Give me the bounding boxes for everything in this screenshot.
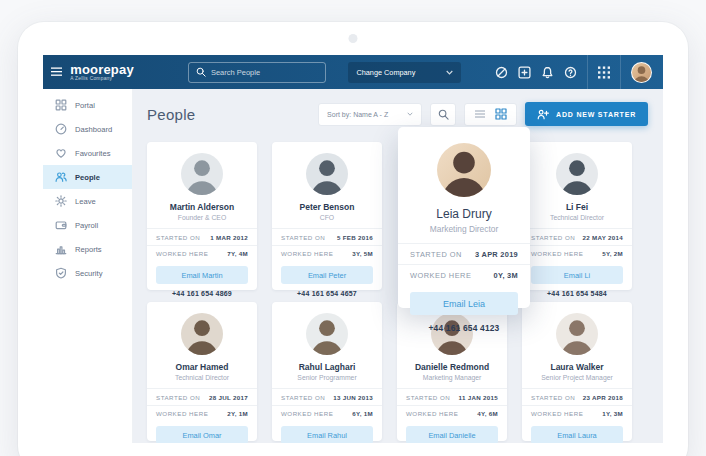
person-card-laura[interactable]: Laura Walker Senior Project Manager STAR… bbox=[522, 302, 632, 441]
avatar bbox=[556, 313, 598, 355]
apps-grid-icon[interactable] bbox=[598, 66, 610, 79]
sidebar-item-security[interactable]: Security bbox=[43, 261, 132, 285]
change-company-dropdown[interactable]: Change Company bbox=[348, 62, 461, 83]
sidebar-item-portal[interactable]: Portal bbox=[43, 93, 132, 117]
email-button[interactable]: Email Martin bbox=[156, 266, 248, 284]
sun-icon bbox=[55, 195, 67, 207]
topbar-divider bbox=[587, 55, 588, 89]
started-on-row: STARTED ON 22 MAY 2014 bbox=[522, 228, 632, 245]
started-date: 13 JUN 2013 bbox=[333, 394, 373, 401]
user-avatar[interactable] bbox=[631, 62, 652, 83]
bar-chart-icon bbox=[55, 243, 67, 255]
add-button-label: ADD NEW STARTER bbox=[556, 111, 636, 118]
phone-number: +44 161 654 4123 bbox=[398, 323, 530, 333]
email-button[interactable]: Email Omar bbox=[156, 426, 248, 443]
logo-wordmark: moorepay bbox=[70, 63, 134, 76]
email-button[interactable]: Email Peter bbox=[281, 266, 373, 284]
worked-duration: 6Y, 1M bbox=[352, 410, 373, 417]
add-new-starter-button[interactable]: ADD NEW STARTER bbox=[525, 102, 648, 126]
started-on-row: STARTED ON 13 JUN 2013 bbox=[272, 388, 382, 405]
worked-duration: 3Y, 5M bbox=[352, 250, 373, 257]
hamburger-menu-icon[interactable] bbox=[51, 67, 62, 76]
worked-here-row: WORKED HERE 2Y, 1M bbox=[147, 405, 257, 422]
email-button[interactable]: Email Danielle bbox=[406, 426, 498, 443]
grid-view-button[interactable] bbox=[495, 108, 507, 120]
email-button[interactable]: Email Li bbox=[531, 266, 623, 284]
add-icon[interactable] bbox=[518, 66, 531, 79]
email-button[interactable]: Email Leia bbox=[410, 292, 518, 315]
sort-dropdown[interactable]: Sort by: Name A - Z bbox=[318, 103, 422, 126]
sidebar-item-leave[interactable]: Leave bbox=[43, 189, 132, 213]
person-card-martin[interactable]: Martin Alderson Founder & CEO STARTED ON… bbox=[147, 142, 257, 290]
person-name: Laura Walker bbox=[522, 362, 632, 372]
top-bar: moorepay A Zellis Company Change Company bbox=[43, 55, 663, 89]
person-card-rahul[interactable]: Rahul Laghari Senior Programmer STARTED … bbox=[272, 302, 382, 441]
person-name: Rahul Laghari bbox=[272, 362, 382, 372]
worked-duration: 1Y, 3M bbox=[602, 410, 623, 417]
person-card-leia-elevated[interactable]: Leia Drury Marketing Director STARTED ON… bbox=[398, 127, 530, 308]
wallet-icon bbox=[55, 219, 67, 231]
help-icon[interactable] bbox=[564, 66, 577, 79]
sidebar-item-people[interactable]: People bbox=[43, 165, 132, 189]
avatar bbox=[431, 313, 473, 355]
page-background: moorepay A Zellis Company Change Company bbox=[0, 0, 706, 456]
started-on-row: STARTED ON 11 JAN 2015 bbox=[397, 388, 507, 405]
email-button[interactable]: Email Laura bbox=[531, 426, 623, 443]
compass-icon[interactable] bbox=[495, 66, 508, 79]
phone-number: +44 161 654 4869 bbox=[147, 290, 257, 297]
avatar bbox=[306, 153, 348, 195]
person-name: Li Fei bbox=[522, 202, 632, 212]
person-title: Technical Director bbox=[522, 214, 632, 221]
search-input[interactable] bbox=[211, 68, 319, 77]
search-icon bbox=[438, 109, 449, 120]
chevron-down-icon bbox=[446, 70, 453, 75]
people-icon bbox=[55, 171, 67, 183]
cards-row-2: Omar Hamed Technical Director STARTED ON… bbox=[147, 302, 632, 441]
person-name: Martin Alderson bbox=[147, 202, 257, 212]
person-title: Senior Programmer bbox=[272, 374, 382, 381]
sidebar-item-reports[interactable]: Reports bbox=[43, 237, 132, 261]
worked-here-row: WORKED HERE 4Y, 6M bbox=[397, 405, 507, 422]
sidebar-item-dashboard[interactable]: Dashboard bbox=[43, 117, 132, 141]
avatar bbox=[181, 313, 223, 355]
worked-duration: 2Y, 1M bbox=[227, 410, 248, 417]
person-title: Marketing Director bbox=[398, 224, 530, 234]
sidebar-item-label: Dashboard bbox=[75, 125, 112, 134]
phone-number: +44 161 654 5484 bbox=[522, 290, 632, 297]
email-button[interactable]: Email Rahul bbox=[281, 426, 373, 443]
worked-here-row: WORKED HERE 3Y, 5M bbox=[272, 245, 382, 262]
content-header: People Sort by: Name A - Z bbox=[133, 89, 663, 126]
chevron-down-icon bbox=[407, 112, 413, 116]
person-card-omar[interactable]: Omar Hamed Technical Director STARTED ON… bbox=[147, 302, 257, 441]
person-card-li[interactable]: Li Fei Technical Director STARTED ON 22 … bbox=[522, 142, 632, 290]
sidebar-item-payroll[interactable]: Payroll bbox=[43, 213, 132, 237]
list-view-button[interactable] bbox=[474, 108, 486, 120]
sidebar-item-label: Leave bbox=[75, 197, 96, 206]
person-name: Danielle Redmond bbox=[397, 362, 507, 372]
page-title: People bbox=[147, 106, 196, 123]
add-person-icon bbox=[537, 109, 549, 120]
worked-duration: 0Y, 3M bbox=[494, 271, 518, 280]
search-people-box[interactable] bbox=[188, 62, 327, 83]
search-button[interactable] bbox=[430, 103, 456, 126]
started-on-row: STARTED ON 1 MAR 2012 bbox=[147, 228, 257, 245]
sidebar-item-favourites[interactable]: Favourites bbox=[43, 141, 132, 165]
sidebar-item-label: Payroll bbox=[75, 221, 98, 230]
main-content: People Sort by: Name A - Z bbox=[133, 89, 663, 443]
person-name: Omar Hamed bbox=[147, 362, 257, 372]
started-on-row: STARTED ON 28 JUL 2017 bbox=[147, 388, 257, 405]
person-name: Peter Benson bbox=[272, 202, 382, 212]
person-card-peter[interactable]: Peter Benson CFO STARTED ON 5 FEB 2016 W… bbox=[272, 142, 382, 290]
worked-duration: 7Y, 4M bbox=[227, 250, 248, 257]
portal-icon bbox=[55, 99, 67, 111]
notifications-bell-icon[interactable] bbox=[541, 66, 554, 79]
worked-here-row: WORKED HERE 7Y, 4M bbox=[147, 245, 257, 262]
started-on-row: STARTED ON 3 APR 2019 bbox=[398, 243, 530, 264]
tablet-frame: moorepay A Zellis Company Change Company bbox=[18, 22, 688, 456]
sidebar-item-label: Reports bbox=[75, 245, 102, 254]
avatar bbox=[556, 153, 598, 195]
moorepay-logo[interactable]: moorepay A Zellis Company bbox=[70, 63, 134, 82]
camera-dot bbox=[349, 34, 358, 43]
sidebar-item-label: People bbox=[75, 173, 100, 182]
avatar bbox=[306, 313, 348, 355]
